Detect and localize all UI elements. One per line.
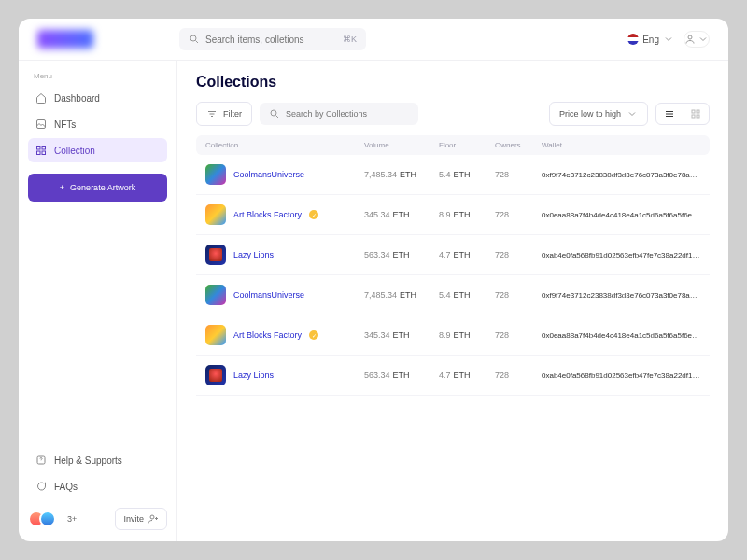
plus-icon: + (60, 183, 64, 192)
user-plus-icon (148, 513, 159, 525)
svg-rect-7 (42, 151, 46, 155)
table-row[interactable]: CoolmansUniverse 7,485.34ETH 5.4ETH 728 … (196, 275, 710, 315)
grid-icon (690, 108, 701, 119)
invite-row: 3+ Invite (28, 508, 167, 530)
svg-rect-19 (697, 110, 699, 113)
sort-button[interactable]: Price low to high (549, 102, 648, 126)
collection-name[interactable]: Art Blocks Factory (233, 330, 302, 340)
collection-cell: Lazy Lions (205, 245, 364, 265)
verified-badge-icon: ✓ (309, 210, 318, 219)
collection-name[interactable]: Lazy Lions (233, 250, 274, 259)
chevron-down-icon (663, 34, 674, 45)
table-row[interactable]: Lazy Lions 563.34ETH 4.7ETH 728 0xab4e0f… (196, 356, 710, 396)
sort-label: Price low to high (559, 109, 621, 119)
cta-label: Generate Artwork (70, 183, 135, 192)
topbar: ⌘K Eng (19, 19, 728, 61)
svg-rect-21 (697, 115, 699, 118)
svg-line-1 (196, 41, 199, 44)
col-collection: Collection (205, 141, 364, 149)
sidebar-item-label: FAQs (54, 482, 78, 492)
collection-name[interactable]: Art Blocks Factory (233, 210, 302, 219)
collection-name[interactable]: CoolmansUniverse (233, 170, 304, 179)
floor-cell: 5.4ETH (439, 170, 495, 179)
svg-rect-6 (37, 151, 41, 155)
wallet-cell: 0xab4e0fa568fb91d02563efb47fe7c38a22df15… (542, 251, 700, 259)
chevron-down-icon (698, 34, 709, 45)
table-row[interactable]: Art Blocks Factory ✓ 345.34ETH 8.9ETH 72… (196, 195, 710, 235)
generate-artwork-button[interactable]: + Generate Artwork (28, 174, 167, 202)
search-shortcut: ⌘K (343, 35, 357, 44)
table-row[interactable]: CoolmansUniverse 7,485.34ETH 5.4ETH 728 … (196, 155, 710, 195)
wallet-cell: 0xf9f74e3712c23838df3d3e76c073a3f0e78ad0… (542, 171, 700, 179)
sidebar-bottom: Help & Supports FAQs 3+ Invite (28, 448, 167, 530)
language-selector[interactable]: Eng (627, 34, 674, 45)
global-search[interactable]: ⌘K (179, 28, 366, 50)
sidebar-item-collection[interactable]: Collection (28, 138, 167, 162)
wallet-cell: 0x0eaa88a7f4b4de4c418e4a1c5d6a5f6a5f6e5b… (542, 331, 700, 340)
wallet-cell: 0xf9f74e3712c23838df3d3e76c073a3f0e78ad0… (542, 291, 700, 300)
main: Collections Filter Price low to high (177, 61, 728, 541)
volume-cell: 563.34ETH (364, 371, 439, 380)
filter-button[interactable]: Filter (196, 102, 252, 126)
owners-cell: 728 (495, 170, 542, 179)
profile-menu[interactable] (684, 31, 710, 48)
table-row[interactable]: Art Blocks Factory ✓ 345.34ETH 8.9ETH 72… (196, 315, 710, 356)
view-toggle (655, 103, 710, 125)
list-icon (664, 108, 675, 119)
svg-point-2 (688, 35, 692, 39)
sidebar-item-dashboard[interactable]: Dashboard (28, 86, 167, 110)
sidebar-item-label: Help & Supports (54, 455, 122, 466)
app-window: ⌘K Eng Menu Dashboard NFTs (19, 19, 728, 541)
collection-name[interactable]: Lazy Lions (233, 371, 274, 380)
chat-icon (35, 481, 47, 492)
collection-thumb (205, 365, 226, 385)
collections-search[interactable] (260, 103, 418, 125)
svg-rect-20 (692, 115, 695, 118)
language-label: Eng (642, 35, 659, 45)
user-icon (684, 34, 696, 45)
menu-label: Menu (28, 72, 167, 80)
flag-icon (627, 34, 639, 45)
invite-label: Invite (123, 514, 144, 524)
sidebar-item-label: NFTs (54, 119, 76, 130)
table-row[interactable]: Lazy Lions 563.34ETH 4.7ETH 728 0xab4e0f… (196, 235, 710, 275)
logo (37, 30, 93, 49)
col-floor: Floor (439, 141, 495, 149)
home-icon (35, 92, 47, 104)
collection-name[interactable]: CoolmansUniverse (233, 290, 304, 300)
list-view-button[interactable] (656, 104, 683, 124)
floor-cell: 8.9ETH (439, 210, 495, 219)
verified-badge-icon: ✓ (309, 330, 318, 340)
floor-cell: 4.7ETH (439, 250, 495, 259)
sidebar: Menu Dashboard NFTs Collection + Generat… (19, 61, 177, 541)
toolbar: Filter Price low to high (196, 102, 710, 126)
sidebar-item-label: Collection (54, 146, 95, 156)
collection-thumb (205, 285, 226, 305)
sidebar-item-faqs[interactable]: FAQs (28, 474, 167, 498)
avatar (39, 511, 56, 527)
invite-button[interactable]: Invite (115, 508, 167, 530)
owners-cell: 728 (495, 210, 542, 219)
sidebar-item-help[interactable]: Help & Supports (28, 448, 167, 472)
sidebar-item-nfts[interactable]: NFTs (28, 112, 167, 136)
collection-cell: Art Blocks Factory ✓ (205, 325, 364, 345)
owners-cell: 728 (495, 371, 542, 380)
grid-view-button[interactable] (683, 104, 709, 124)
wallet-cell: 0x0eaa88a7f4b4de4c418e4a1c5d6a5f6a5f6e5b… (542, 211, 700, 219)
volume-cell: 345.34ETH (364, 330, 439, 340)
search-icon (189, 34, 200, 45)
global-search-input[interactable] (205, 35, 337, 45)
floor-cell: 8.9ETH (439, 330, 495, 340)
filter-label: Filter (223, 109, 242, 119)
collection-thumb (205, 325, 226, 345)
collections-search-input[interactable] (286, 109, 409, 119)
volume-cell: 7,485.34ETH (364, 290, 439, 300)
sidebar-item-label: Dashboard (54, 93, 100, 104)
wallet-cell: 0xab4e0fa568fb91d02563efb47fe7c38a22df15… (542, 371, 700, 380)
owners-cell: 728 (495, 250, 542, 259)
collection-thumb (205, 164, 226, 185)
page-title: Collections (196, 74, 710, 91)
filter-icon (206, 108, 218, 119)
volume-cell: 563.34ETH (364, 250, 439, 259)
collection-thumb (205, 204, 226, 225)
